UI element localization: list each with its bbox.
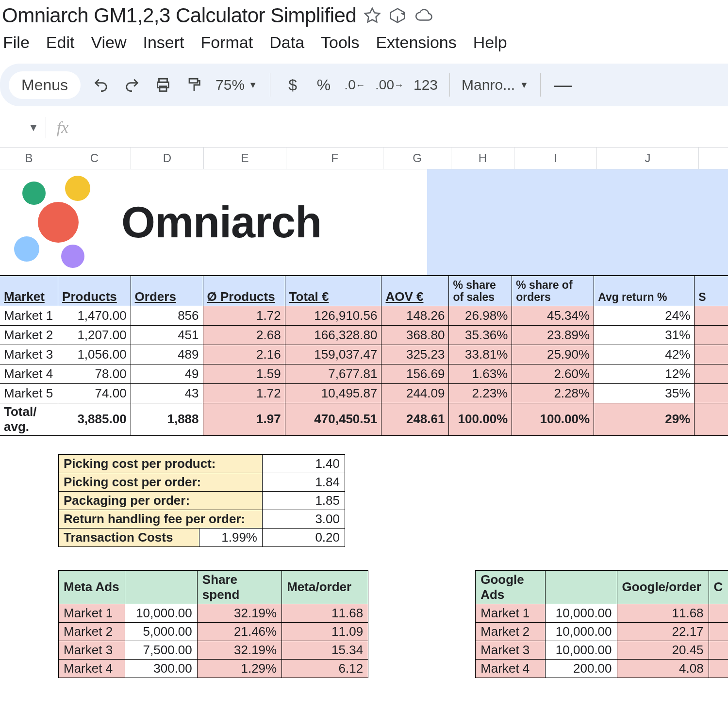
meta-ads-table[interactable]: Meta Ads Share spend Meta/order Market 1…	[58, 570, 368, 678]
table-row[interactable]: Market 3 1,056.00 489 2.16 159,037.47 32…	[0, 345, 728, 364]
redo-icon[interactable]	[121, 74, 143, 96]
ads-row[interactable]: Market 110,000.0032.19%11.68	[59, 604, 368, 622]
table-row[interactable]: Market 1 1,470.00 856 1.72 126,910.56 14…	[0, 306, 728, 325]
omniarch-logo-icon	[5, 174, 112, 271]
separator	[540, 73, 541, 97]
svg-rect-3	[189, 79, 198, 83]
col-b[interactable]: B	[0, 148, 58, 169]
col-e[interactable]: E	[204, 148, 286, 169]
formula-bar: ▼ fx	[0, 106, 728, 147]
table-total-row[interactable]: Total/ avg. 3,885.00 1,888 1.97 470,450.…	[0, 403, 728, 435]
col-c[interactable]: C	[58, 148, 131, 169]
increase-decimal-button[interactable]: .00→	[375, 74, 404, 96]
menu-file[interactable]: File	[3, 33, 30, 52]
svg-point-8	[61, 245, 84, 268]
ads-row[interactable]: Market 210,000.0022.17	[476, 622, 728, 641]
hdr-sharesales: % share of sales	[449, 276, 512, 306]
hdr-avgreturn: Avg return %	[594, 276, 695, 306]
header-blue-fill	[427, 169, 728, 275]
svg-point-7	[14, 236, 39, 262]
cloud-saved-icon[interactable]	[414, 6, 434, 25]
menu-bar: File Edit View Insert Format Data Tools …	[0, 29, 728, 61]
logo-row: Omniarch	[0, 169, 728, 276]
toolbar: Menus 75% ▼ $ % .0← .00→ 123 Manro... ▼ …	[0, 64, 728, 106]
cost-row[interactable]: Picking cost per order:1.84	[59, 473, 345, 491]
menu-format[interactable]: Format	[201, 33, 253, 52]
hdr-oproducts: Ø Products	[203, 276, 285, 306]
col-j[interactable]: J	[597, 148, 699, 169]
menu-view[interactable]: View	[91, 33, 126, 52]
menu-data[interactable]: Data	[269, 33, 304, 52]
separator	[46, 117, 46, 138]
col-g[interactable]: G	[383, 148, 451, 169]
ads-row[interactable]: Market 4200.004.08	[476, 659, 728, 678]
cost-row[interactable]: Transaction Costs1.99%0.20	[59, 528, 345, 546]
menu-edit[interactable]: Edit	[46, 33, 75, 52]
market-table[interactable]: Market Products Orders Ø Products Total …	[0, 276, 728, 436]
hdr-s: S	[695, 276, 728, 306]
ads-row[interactable]: Market 110,000.0011.68	[476, 604, 728, 622]
hdr-orders: Orders	[131, 276, 203, 306]
table-row[interactable]: Market 2 1,207.00 451 2.68 166,328.80 36…	[0, 325, 728, 345]
ads-header-row: Meta Ads Share spend Meta/order	[59, 570, 368, 604]
column-headers[interactable]: B C D E F G H I J	[0, 147, 728, 169]
separator	[449, 73, 450, 97]
col-d[interactable]: D	[131, 148, 204, 169]
brand-name: Omniarch	[121, 198, 321, 248]
decrease-decimal-button[interactable]: .0←	[344, 74, 365, 96]
separator	[270, 73, 270, 97]
menus-chip[interactable]: Menus	[9, 71, 81, 99]
hdr-market: Market	[0, 276, 58, 306]
undo-icon[interactable]	[90, 74, 112, 96]
move-icon[interactable]	[388, 6, 407, 25]
cost-row[interactable]: Packaging per order:1.85	[59, 491, 345, 510]
ads-row[interactable]: Market 310,000.0020.45	[476, 641, 728, 659]
cost-block[interactable]: Picking cost per product:1.40 Picking co…	[58, 454, 728, 547]
svg-point-6	[38, 202, 79, 243]
ads-row[interactable]: Market 4300.001.29%6.12	[59, 659, 368, 678]
cost-row[interactable]: Return handling fee per order:3.00	[59, 510, 345, 528]
zoom-select[interactable]: 75% ▼	[215, 74, 258, 96]
star-icon[interactable]	[363, 6, 381, 25]
name-box-dropdown-icon[interactable]: ▼	[28, 121, 39, 134]
col-f[interactable]: F	[286, 148, 383, 169]
table-row[interactable]: Market 4 78.00 49 1.59 7,677.81 156.69 1…	[0, 364, 728, 383]
percent-button[interactable]: %	[313, 74, 334, 96]
print-icon[interactable]	[152, 74, 174, 96]
hdr-shareorders: % share of orders	[512, 276, 594, 306]
title-bar: Omniarch GM1,2,3 Calculator Simplified	[0, 0, 728, 29]
menu-tools[interactable]: Tools	[321, 33, 359, 52]
hdr-aov: AOV €	[381, 276, 449, 306]
ads-row[interactable]: Market 25,000.0021.46%11.09	[59, 622, 368, 641]
table-row[interactable]: Market 5 74.00 43 1.72 10,495.87 244.09 …	[0, 383, 728, 403]
spreadsheet-grid[interactable]: Omniarch Market Products Orders Ø Produc…	[0, 169, 728, 678]
ads-row[interactable]: Market 37,500.0032.19%15.34	[59, 641, 368, 659]
svg-point-4	[22, 182, 46, 205]
menu-help[interactable]: Help	[473, 33, 507, 52]
col-i[interactable]: I	[514, 148, 597, 169]
font-size-decrease[interactable]: —	[552, 74, 574, 96]
hdr-total: Total €	[285, 276, 381, 306]
currency-button[interactable]: $	[282, 74, 303, 96]
font-select[interactable]: Manro... ▼	[462, 77, 529, 93]
hdr-products: Products	[58, 276, 131, 306]
fx-icon: fx	[53, 118, 69, 137]
paint-format-icon[interactable]	[183, 74, 205, 96]
format-123-button[interactable]: 123	[414, 74, 438, 96]
ads-header-row: Google Ads Google/order C	[476, 570, 728, 604]
menu-extensions[interactable]: Extensions	[376, 33, 456, 52]
menu-insert[interactable]: Insert	[143, 33, 184, 52]
cost-row[interactable]: Picking cost per product:1.40	[59, 454, 345, 473]
google-ads-table[interactable]: Google Ads Google/order C Market 110,000…	[475, 570, 728, 678]
svg-point-5	[65, 176, 90, 201]
document-title[interactable]: Omniarch GM1,2,3 Calculator Simplified	[2, 4, 356, 27]
market-table-header-row: Market Products Orders Ø Products Total …	[0, 276, 728, 306]
col-h[interactable]: H	[451, 148, 514, 169]
ads-row: Meta Ads Share spend Meta/order Market 1…	[0, 570, 728, 678]
